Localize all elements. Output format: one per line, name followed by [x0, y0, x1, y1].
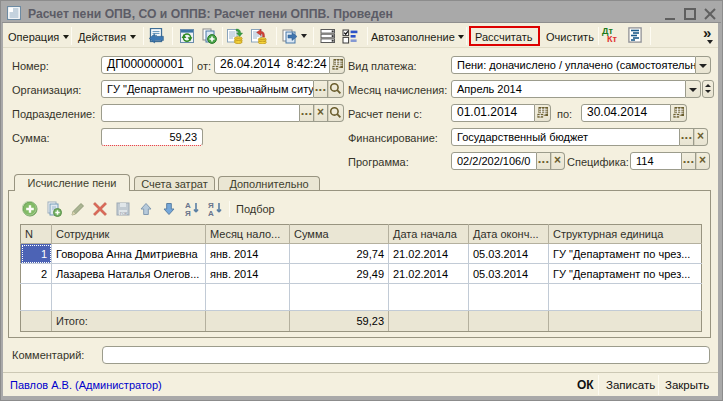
svg-text:Я: Я [185, 209, 191, 217]
svg-text:ГОК: ГОК [120, 211, 128, 216]
svg-text:А: А [208, 209, 214, 217]
